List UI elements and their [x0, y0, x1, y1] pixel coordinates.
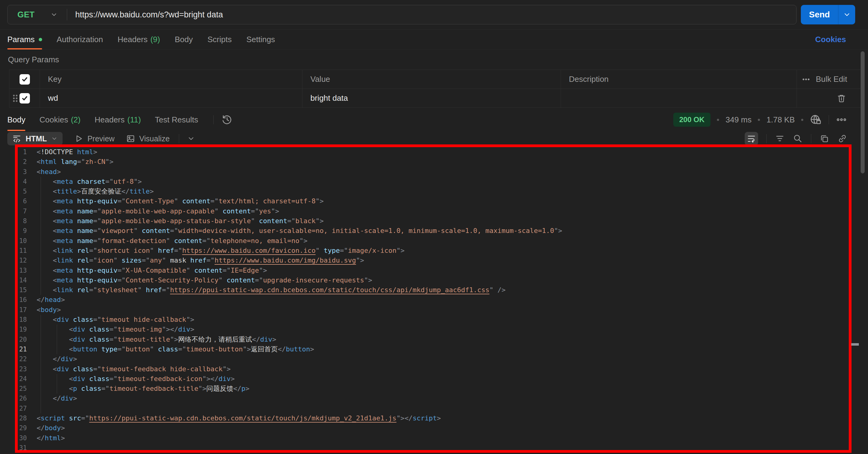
send-button[interactable]: Send	[801, 5, 838, 24]
line-number: 30	[0, 433, 27, 443]
response-history-button[interactable]	[222, 114, 232, 125]
filter-button[interactable]	[775, 134, 785, 144]
line-number: 19	[0, 325, 27, 334]
params-active-dot	[39, 38, 42, 41]
code-line: 5 <title>百度安全验证</title>	[0, 186, 868, 196]
line-number: 28	[0, 414, 27, 423]
page-scrollbar[interactable]	[861, 51, 865, 174]
line-number: 2	[0, 157, 27, 167]
url-input[interactable]	[67, 10, 796, 20]
editor-actions	[745, 132, 861, 145]
tab-authorization[interactable]: Authorization	[57, 30, 103, 49]
row-checkbox[interactable]	[20, 93, 30, 103]
divider	[766, 134, 767, 143]
tab-label: Test Results	[155, 115, 198, 125]
tab-label: Cookies	[39, 115, 68, 125]
code-line: 3<head>	[0, 167, 868, 177]
code-line: 13 <meta http-equiv="X-UA-Compatible" co…	[0, 266, 868, 275]
wrap-text-button[interactable]	[745, 132, 758, 145]
preview-button[interactable]: Preview	[74, 134, 115, 143]
more-views-button[interactable]	[187, 134, 195, 143]
method-select[interactable]: GET	[8, 5, 67, 24]
code-line: 1<!DOCTYPE html>	[0, 147, 868, 157]
tab-scripts[interactable]: Scripts	[208, 30, 231, 49]
code-line: 31	[0, 443, 868, 453]
tab-label: Headers	[118, 35, 147, 44]
tab-params[interactable]: Params	[7, 30, 42, 49]
drag-handle-icon[interactable]	[12, 94, 19, 103]
line-number: 16	[0, 295, 27, 305]
tab-label: Scripts	[208, 35, 231, 44]
tab-label: Params	[7, 35, 35, 44]
code-line: 24 <div class="timeout-feedback-icon"></…	[0, 374, 868, 384]
request-bar: GET Send	[0, 0, 868, 30]
param-description-field[interactable]	[561, 89, 797, 108]
cookies-link[interactable]: Cookies	[815, 35, 846, 44]
line-number: 7	[0, 206, 27, 216]
send-options-button[interactable]	[838, 5, 855, 24]
divider	[811, 134, 811, 143]
indent-guide	[40, 315, 41, 325]
check-icon	[21, 95, 28, 102]
format-label: HTML	[26, 134, 47, 143]
filter-icon	[775, 134, 785, 144]
indent-guide	[40, 394, 41, 403]
select-all-checkbox[interactable]	[20, 74, 30, 85]
column-header-value: Value	[303, 70, 561, 89]
format-code-icon	[12, 134, 21, 143]
chevron-down-icon	[843, 11, 851, 19]
link-icon	[837, 134, 847, 144]
indent-guide	[40, 404, 41, 414]
divider	[213, 115, 214, 124]
url-group: GET	[7, 5, 797, 24]
search-button[interactable]	[793, 134, 803, 144]
bulk-edit-label: Bulk Edit	[816, 74, 847, 84]
response-tab-body[interactable]: Body	[7, 109, 25, 131]
send-split-button: Send	[801, 5, 855, 24]
delete-row-button[interactable]	[837, 93, 846, 103]
copy-button[interactable]	[819, 134, 829, 144]
response-header: Body Cookies (2) Headers (11) Test Resul…	[0, 109, 868, 131]
tab-settings[interactable]: Settings	[246, 30, 275, 49]
response-format-select[interactable]: HTML	[7, 132, 63, 145]
indent-guide	[40, 364, 41, 374]
visualize-button[interactable]: Visualize	[126, 134, 170, 143]
link-button[interactable]	[837, 134, 847, 144]
indent-guide	[40, 216, 41, 226]
query-params-table: Key Value Description Bulk Edit wd brigh…	[9, 70, 863, 108]
response-tab-cookies[interactable]: Cookies (2)	[39, 109, 81, 131]
indent-guide	[40, 344, 41, 354]
response-tab-test-results[interactable]: Test Results	[155, 109, 198, 131]
code-line: 23 <div class="timeout-feedback hide-cal…	[0, 364, 868, 374]
tab-label: Body	[7, 115, 25, 125]
query-params-title: Query Params	[8, 55, 59, 64]
line-number: 4	[0, 177, 27, 186]
response-more-actions-button[interactable]	[836, 115, 847, 125]
code-line: 6 <meta http-equiv="Content-Type" conten…	[0, 196, 868, 206]
table-row: wd bright data	[9, 89, 862, 108]
indent-guide	[57, 325, 57, 334]
code-line: 17<body>	[0, 305, 868, 315]
code-line: 26 </div>	[0, 394, 868, 403]
indent-guide	[57, 344, 57, 354]
code-area[interactable]: 1<!DOCTYPE html>2<html lang="zh-CN">3<he…	[0, 147, 868, 454]
network-info-button[interactable]	[810, 114, 821, 125]
code-line: 18 <div class="timeout hide-callback">	[0, 315, 868, 325]
dot-separator	[717, 119, 719, 121]
indent-guide	[40, 374, 41, 384]
visualize-label: Visualize	[139, 134, 170, 143]
response-tab-headers[interactable]: Headers (11)	[95, 109, 141, 131]
param-key-field[interactable]: wd	[40, 89, 303, 108]
indent-guide	[40, 177, 41, 186]
tab-headers[interactable]: Headers (9)	[118, 30, 160, 49]
overview-ruler-cursor-marker	[851, 343, 859, 345]
line-number: 18	[0, 315, 27, 325]
code-line: 4 <meta charset="utf-8">	[0, 177, 868, 186]
line-number: 3	[0, 167, 27, 177]
param-value-field[interactable]: bright data	[303, 89, 561, 108]
indent-guide	[40, 186, 41, 196]
bulk-edit-button[interactable]: Bulk Edit	[802, 74, 847, 84]
tab-body[interactable]: Body	[175, 30, 193, 49]
indent-guide	[40, 226, 41, 236]
tab-count: (9)	[151, 35, 160, 44]
